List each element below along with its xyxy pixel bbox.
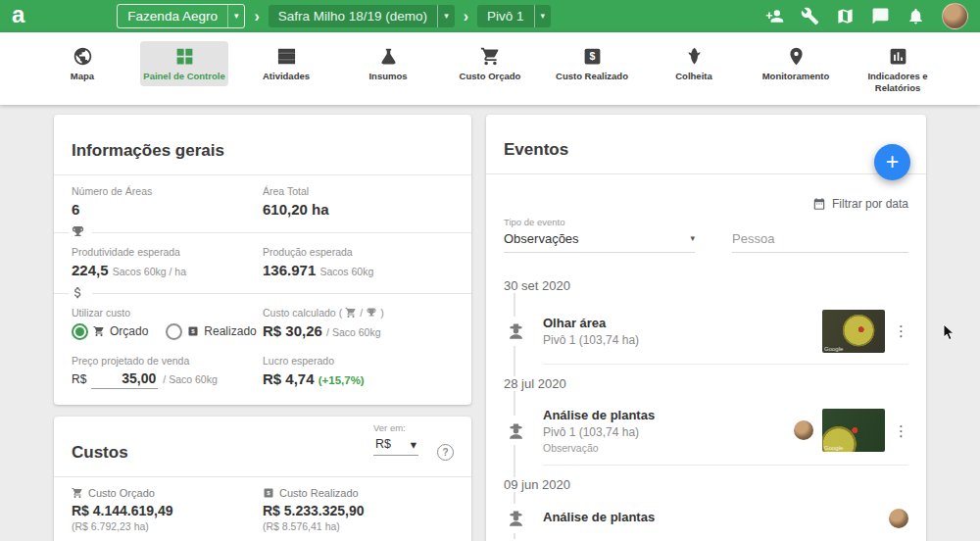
unit-select-value: R$ <box>375 437 391 451</box>
help-icon[interactable]: ? <box>437 444 454 461</box>
breadcrumb-separator-icon: › <box>464 8 468 25</box>
radio-realizado-label: Realizado <box>204 324 256 338</box>
profit-value: R$ 4,74 <box>263 370 315 387</box>
currency-prefix: R$ <box>72 372 86 386</box>
event-title: Análise de plantas <box>543 510 879 524</box>
budgeted-cost-field: Custo Orçado R$ 4.144.619,49 (R$ 6.792,2… <box>72 487 263 532</box>
farmer-icon <box>506 420 526 441</box>
tab-label: Atividades <box>263 71 310 82</box>
chevron-down-icon: ▾ <box>690 233 695 243</box>
knowledge-book-icon[interactable] <box>836 7 855 25</box>
invite-user-icon[interactable] <box>765 7 784 25</box>
divider <box>54 232 471 233</box>
activities-list-icon <box>276 46 297 67</box>
radio-orcado[interactable]: Orçado <box>72 323 148 340</box>
productivity-unit: Sacos 60kg / ha <box>113 266 186 277</box>
trophy-icon <box>71 224 85 239</box>
add-event-button[interactable]: + <box>874 144 910 180</box>
event-map-thumbnail[interactable]: Google <box>822 310 885 353</box>
filter-by-date-label: Filtrar por data <box>832 197 908 211</box>
radio-orcado-label: Orçado <box>110 324 148 338</box>
radio-realizado[interactable]: $ Realizado <box>166 323 256 340</box>
event-menu-icon[interactable]: ⋮ <box>894 423 908 438</box>
flask-icon <box>378 46 399 67</box>
dollar-badge-icon: $ <box>187 325 199 337</box>
realized-cost-value: R$ 5.233.325,90 <box>263 503 454 518</box>
use-cost-label: Utilizar custo <box>72 307 263 319</box>
top-bar: a Fazenda Aegro ▾ › Safra Milho 18/19 (d… <box>0 0 980 32</box>
production-label: Produção esperada <box>263 246 454 258</box>
calc-cost-label: Custo calculado <box>263 307 336 319</box>
tools-icon[interactable] <box>801 7 819 25</box>
tab-label: Insumos <box>368 71 407 82</box>
person-filter-input[interactable] <box>732 222 908 253</box>
season-selector-label: Safra Milho 18/19 (demo) <box>269 9 437 24</box>
event-type-select-group: Tipo de evento Observações ▾ <box>504 217 695 253</box>
tab-painel-de-controle[interactable]: Painel de Controle <box>140 41 228 86</box>
tab-colheita[interactable]: Colheita <box>650 41 738 86</box>
event-menu-icon[interactable]: ⋮ <box>894 323 908 338</box>
tab-indicadores-relatorios[interactable]: Indicadores e Relatórios <box>854 41 942 99</box>
calc-cost-value: R$ 30,26 <box>263 322 322 339</box>
tab-atividades[interactable]: Atividades <box>242 41 330 86</box>
filter-by-date-button[interactable]: Filtrar por data <box>812 197 908 211</box>
event-date: 30 set 2020 <box>504 278 580 293</box>
cart-icon <box>480 46 501 67</box>
event-type-label: Tipo de evento <box>504 217 695 227</box>
productivity-field: Produtividade esperada 224,5 Sacos 60kg … <box>72 246 263 278</box>
breadcrumb-separator-icon: › <box>254 8 259 25</box>
total-area-value: 610,20 ha <box>263 201 454 218</box>
tab-custo-orcado[interactable]: Custo Orçado <box>446 41 534 86</box>
productivity-value: 224,5 <box>72 262 109 278</box>
event-item[interactable]: Análise de plantas <box>543 498 908 539</box>
season-selector[interactable]: Safra Milho 18/19 (demo) ▾ <box>269 5 455 27</box>
farmer-icon <box>506 320 526 341</box>
production-field: Produção esperada 136.971 Sacos 60kg <box>263 246 454 278</box>
tab-label: Monitoramento <box>762 71 830 82</box>
dollar-icon <box>71 285 85 300</box>
radio-realizado-control[interactable] <box>166 323 182 340</box>
event-item[interactable]: Olhar área Pivô 1 (103,74 ha) Google ⋮ <box>543 299 908 365</box>
event-type-value: Observações <box>504 231 579 246</box>
trophy-icon <box>366 307 377 319</box>
dollar-badge-icon: $ <box>263 487 274 499</box>
radio-orcado-control[interactable] <box>72 323 88 340</box>
production-value: 136.971 <box>263 262 316 278</box>
sale-price-input[interactable] <box>91 370 158 389</box>
tab-custo-realizado[interactable]: $ Custo Realizado <box>548 41 636 86</box>
top-actions <box>765 3 968 29</box>
farmer-icon <box>506 508 526 528</box>
tab-monitoramento[interactable]: Monitoramento <box>752 41 840 86</box>
notifications-bell-icon[interactable] <box>906 7 925 25</box>
tab-mapa[interactable]: Mapa <box>38 41 126 86</box>
cart-icon <box>93 325 105 337</box>
farm-selector-label: Fazenda Aegro <box>118 9 227 24</box>
cart-icon <box>72 487 83 499</box>
aegro-logo[interactable]: a <box>12 3 24 26</box>
event-type-select[interactable]: Observações ▾ <box>504 227 695 253</box>
main-content: Informações gerais Número de Áreas 6 Áre… <box>0 105 980 541</box>
divider <box>54 293 471 294</box>
tab-insumos[interactable]: Insumos <box>344 41 432 86</box>
general-info-title: Informações gerais <box>72 141 454 161</box>
dollar-badge-icon: $ <box>582 46 603 67</box>
paren: ) <box>380 307 384 319</box>
farm-selector[interactable]: Fazenda Aegro ▾ <box>117 4 245 28</box>
divider <box>54 174 471 175</box>
user-avatar[interactable] <box>942 3 968 29</box>
field-selector[interactable]: Pivô 1 ▾ <box>477 5 551 27</box>
events-title: Eventos <box>504 140 908 160</box>
globe-icon <box>73 46 93 67</box>
chevron-down-icon: ▾ <box>227 5 245 27</box>
tab-label: Colheita <box>675 71 711 82</box>
profit-field: Lucro esperado R$ 4,74 (+15,7%) <box>263 355 454 389</box>
costs-card: Custos Ver em: R$ ▾ ? Custo Orçado <box>54 417 471 541</box>
event-item[interactable]: Análise de plantas Pivô 1 (103,74 ha) Ob… <box>543 397 908 466</box>
sale-price-label: Preço projetado de venda <box>72 355 263 367</box>
tab-label: Mapa <box>71 71 94 82</box>
sale-price-unit: / Saco 60kg <box>163 373 217 385</box>
unit-select[interactable]: R$ ▾ <box>373 435 418 456</box>
chat-icon[interactable] <box>871 7 890 25</box>
dashboard-grid-icon <box>174 46 195 67</box>
event-map-thumbnail[interactable]: Google <box>822 409 885 452</box>
